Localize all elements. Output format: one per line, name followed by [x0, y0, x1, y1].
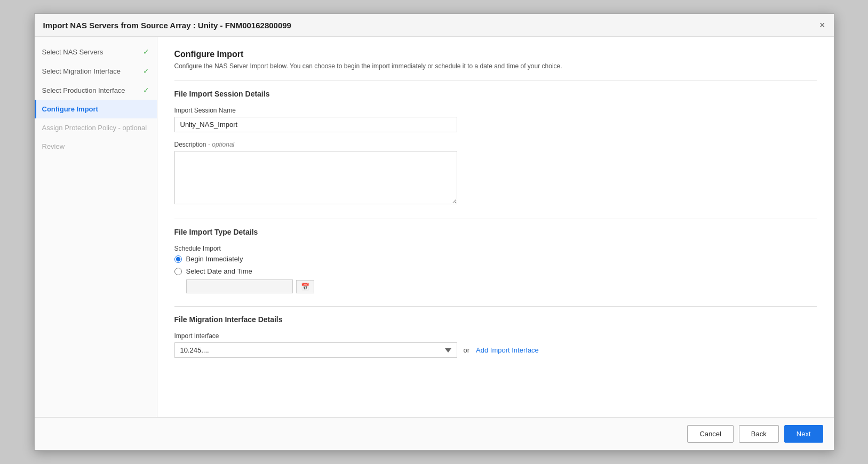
check-icon-nas-servers: ✓: [143, 47, 149, 56]
next-button[interactable]: Next: [784, 425, 823, 443]
import-interface-label: Import Interface: [174, 332, 817, 340]
sidebar-item-assign-protection-policy: Assign Protection Policy - optional: [35, 118, 157, 137]
sidebar: Select NAS Servers ✓ Select Migration In…: [35, 37, 157, 417]
close-button[interactable]: ×: [819, 20, 825, 30]
sidebar-item-label: Select NAS Servers: [42, 48, 103, 56]
dialog-footer: Cancel Back Next: [35, 417, 834, 450]
check-icon-migration-interface: ✓: [143, 67, 149, 75]
date-time-input[interactable]: [186, 279, 293, 293]
main-content: Configure Import Configure the NAS Serve…: [157, 37, 834, 417]
back-button[interactable]: Back: [739, 425, 779, 443]
sidebar-item-label: Select Migration Interface: [42, 67, 121, 75]
sidebar-item-configure-import[interactable]: Configure Import: [35, 100, 157, 118]
cancel-button[interactable]: Cancel: [687, 425, 733, 443]
description-label: Description - optional: [174, 141, 817, 148]
add-import-interface-link[interactable]: Add Import Interface: [476, 346, 539, 354]
section-description: Configure the NAS Server Import below. Y…: [174, 62, 817, 70]
select-date-time-label: Select Date and Time: [186, 267, 252, 275]
import-session-name-input[interactable]: [174, 117, 457, 132]
select-date-time-radio-label[interactable]: Select Date and Time: [174, 267, 817, 275]
import-interface-group: Import Interface 10.245.... or Add Impor…: [174, 332, 817, 358]
sidebar-item-select-nas-servers[interactable]: Select NAS Servers ✓: [35, 42, 157, 61]
description-textarea[interactable]: [174, 151, 457, 204]
dialog-header: Import NAS Servers from Source Array : U…: [35, 14, 834, 37]
file-migration-interface-section: File Migration Interface Details Import …: [174, 306, 817, 358]
begin-immediately-radio-label[interactable]: Begin Immediately: [174, 255, 817, 263]
import-interface-row: 10.245.... or Add Import Interface: [174, 342, 817, 358]
check-icon-production-interface: ✓: [143, 86, 149, 94]
sidebar-item-select-production-interface[interactable]: Select Production Interface ✓: [35, 81, 157, 100]
sidebar-item-select-migration-interface[interactable]: Select Migration Interface ✓: [35, 61, 157, 81]
file-import-type-section: File Import Type Details Schedule Import…: [174, 219, 817, 293]
select-date-time-radio[interactable]: [174, 268, 182, 275]
schedule-import-group: Schedule Import Begin Immediately Select…: [174, 245, 817, 293]
page-title: Configure Import: [174, 50, 817, 59]
dialog-body: Select NAS Servers ✓ Select Migration In…: [35, 37, 834, 417]
sidebar-item-label: Select Production Interface: [42, 86, 125, 94]
or-text: or: [464, 346, 470, 354]
sidebar-item-review: Review: [35, 137, 157, 156]
import-session-name-group: Import Session Name: [174, 107, 817, 132]
begin-immediately-radio[interactable]: [174, 255, 182, 263]
sidebar-item-label: Assign Protection Policy - optional: [42, 124, 147, 132]
description-group: Description - optional: [174, 141, 817, 206]
file-migration-interface-title: File Migration Interface Details: [174, 315, 817, 324]
sidebar-item-label: Configure Import: [42, 105, 98, 113]
file-import-session-title: File Import Session Details: [174, 90, 817, 98]
schedule-import-label: Schedule Import: [174, 245, 817, 252]
import-interface-select[interactable]: 10.245....: [174, 342, 457, 358]
begin-immediately-label: Begin Immediately: [186, 255, 243, 263]
dialog: Import NAS Servers from Source Array : U…: [34, 13, 834, 451]
date-input-row: 📅: [186, 279, 817, 293]
calendar-button[interactable]: 📅: [296, 280, 314, 293]
dialog-title: Import NAS Servers from Source Array : U…: [43, 21, 291, 30]
import-session-name-label: Import Session Name: [174, 107, 817, 114]
file-import-type-title: File Import Type Details: [174, 228, 817, 236]
file-import-session-section: File Import Session Details Import Sessi…: [174, 81, 817, 206]
sidebar-item-label: Review: [42, 142, 65, 150]
